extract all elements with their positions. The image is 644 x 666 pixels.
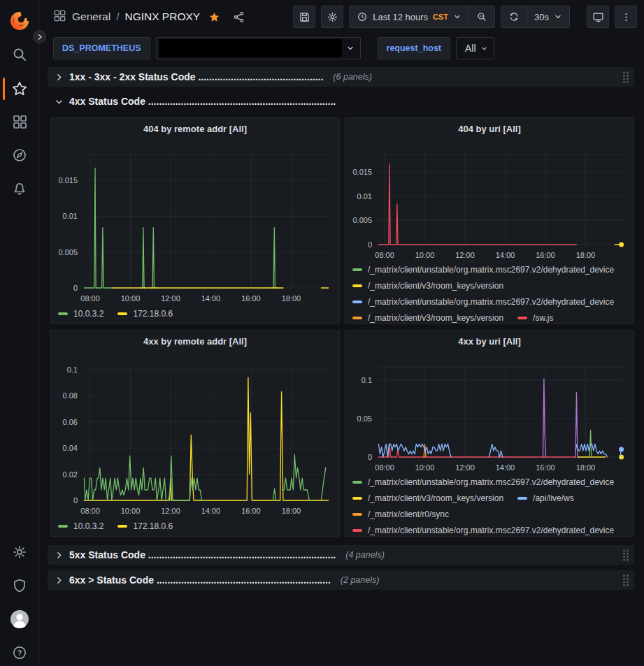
chevron-right-icon — [55, 551, 64, 560]
dashboard-settings-button[interactable] — [321, 6, 343, 28]
legend-item[interactable]: /_matrix/client/unstable/org.matrix.msc2… — [352, 526, 614, 535]
legend-swatch — [352, 529, 362, 532]
y-tick-label: 0.005 — [58, 248, 78, 256]
panel-title[interactable]: 404 by remote addr [All] — [51, 124, 339, 134]
refresh-icon — [508, 11, 520, 22]
grafana-app: ? General / NGINX PROXY — [0, 0, 644, 666]
legend-row: /_matrix/client/v3/room_keys/version/sw.… — [352, 310, 634, 324]
legend-item[interactable]: /_matrix/client/v3/room_keys/version — [352, 493, 503, 503]
sidebar-item-starred[interactable] — [0, 77, 39, 101]
sidebar-item-search[interactable] — [0, 43, 39, 66]
breadcrumb-dashboard-title[interactable]: NGINX PROXY — [124, 10, 200, 23]
legend-label: 172.18.0.6 — [133, 521, 173, 531]
save-dashboard-button[interactable] — [293, 6, 315, 28]
more-options-button[interactable] — [615, 6, 637, 28]
y-tick-label: 0 — [368, 453, 372, 461]
legend-item[interactable]: 10.0.3.2 — [58, 521, 103, 531]
y-tick-label: 0.06 — [63, 418, 78, 426]
legend-label: /_matrix/client/r0/sync — [368, 509, 449, 519]
row-drag-handle[interactable] — [622, 71, 630, 84]
zoom-out-icon — [476, 11, 487, 22]
panel-404-by-uri-all: 404 by uri [All]00.0050.010.01508:0010:0… — [345, 117, 634, 324]
avatar — [10, 610, 29, 628]
panel-title[interactable]: 404 by uri [All] — [345, 124, 634, 134]
y-tick-label: 0 — [73, 496, 78, 505]
time-range-picker: Last 12 hours CST — [349, 6, 495, 28]
chevron-right-icon — [36, 34, 43, 41]
chevron-down-icon — [55, 97, 64, 106]
x-tick-label: 18:00 — [282, 507, 301, 515]
sidebar-item-configuration[interactable] — [0, 540, 39, 564]
legend-item[interactable]: 172.18.0.6 — [117, 309, 173, 319]
legend-swatch — [352, 317, 362, 319]
refresh-button[interactable] — [501, 6, 527, 27]
sidebar-item-profile[interactable] — [0, 607, 39, 631]
chevron-down-icon — [346, 44, 355, 52]
legend-item[interactable]: 10.0.3.2 — [58, 309, 103, 319]
sidebar-item-alerting[interactable] — [0, 177, 39, 201]
sidebar-item-dashboards[interactable] — [0, 110, 39, 133]
legend-item[interactable]: /_matrix/client/v3/room_keys/version — [352, 313, 503, 323]
help-icon: ? — [11, 644, 28, 661]
legend-item[interactable]: 172.18.0.6 — [117, 521, 173, 531]
legend-swatch — [117, 525, 127, 528]
panel-legend: /_matrix/client/unstable/org.matrix.msc2… — [345, 474, 634, 537]
refresh-interval-button[interactable]: 30s — [527, 6, 569, 27]
x-tick-label: 14:00 — [201, 294, 221, 303]
zoom-out-button[interactable] — [469, 6, 494, 27]
legend-swatch — [58, 525, 68, 528]
sidebar-item-server-admin[interactable] — [0, 574, 39, 598]
panels-grid: 404 by remote addr [All]00.0050.010.0150… — [50, 117, 634, 537]
row-drag-handle[interactable] — [622, 549, 630, 562]
legend-item[interactable]: /api/live/ws — [517, 493, 574, 503]
breadcrumb-folder[interactable]: General — [72, 10, 110, 23]
legend-label: /_matrix/client/v3/room_keys/version — [368, 493, 503, 503]
legend-item[interactable]: /_matrix/client/unstable/org.matrix.msc2… — [352, 265, 614, 275]
time-range-button[interactable]: Last 12 hours CST — [350, 6, 468, 27]
sidebar-item-help[interactable]: ? — [0, 641, 39, 665]
row-panel-count: (2 panels) — [341, 575, 380, 585]
tv-mode-button[interactable] — [587, 6, 609, 28]
breadcrumb: General / NGINX PROXY — [53, 9, 245, 25]
row-title: 6xx > Status Code ......................… — [69, 574, 331, 586]
x-tick-label: 12:00 — [455, 251, 475, 259]
row-6xx[interactable]: 6xx > Status Code ......................… — [48, 570, 634, 590]
legend-item[interactable]: /_matrix/client/r0/sync — [352, 509, 449, 519]
row-1xx-3xx-2xx[interactable]: 1xx - 3xx - 2xx Status Code ............… — [48, 67, 634, 87]
legend-row: /_matrix/client/unstable/org.matrix.msc2… — [352, 261, 634, 277]
legend-label: /_matrix/client/v3/room_keys/version — [368, 313, 503, 323]
share-icon[interactable] — [233, 11, 245, 23]
y-tick-label: 0.04 — [63, 444, 78, 452]
row-panel-count: (4 panels) — [345, 550, 385, 560]
grafana-logo[interactable] — [0, 9, 39, 33]
y-tick-label: 0.1 — [67, 365, 78, 374]
legend-label: /api/live/ws — [533, 493, 574, 503]
y-tick-label: 0.05 — [357, 414, 372, 423]
row-drag-handle[interactable] — [622, 574, 630, 587]
panel-title[interactable]: 4xx by remote addr [All] — [51, 336, 339, 347]
variable-select-request-host[interactable]: All — [456, 37, 494, 59]
legend-item[interactable]: /_matrix/client/unstable/org.matrix.msc2… — [352, 297, 614, 307]
sidebar-item-explore[interactable] — [0, 143, 39, 167]
sidebar-expand-button[interactable] — [33, 30, 46, 43]
x-tick-label: 16:00 — [241, 294, 261, 303]
timeseries-plot[interactable]: 00.020.040.060.080.108:0010:0012:0014:00… — [51, 331, 339, 536]
variable-select-ds-prometheus[interactable] — [156, 37, 361, 59]
panel-title[interactable]: 4xx by uri [All] — [345, 336, 634, 347]
legend-item[interactable]: /sw.js — [517, 313, 553, 323]
row-5xx[interactable]: 5xx Status Code ........................… — [48, 545, 634, 565]
compass-icon — [11, 147, 28, 164]
legend-label: 10.0.3.2 — [73, 521, 103, 531]
x-tick-label: 10:00 — [121, 507, 141, 515]
legend-item[interactable]: /_matrix/client/unstable/org.matrix.msc2… — [352, 477, 614, 487]
grafana-logo-icon — [9, 10, 30, 31]
timeseries-plot[interactable]: 00.0050.010.01508:0010:0012:0014:0016:00… — [51, 118, 339, 324]
legend-row: 10.0.3.2172.18.0.6 — [58, 518, 339, 534]
legend-item[interactable]: /_matrix/client/v3/room_keys/version — [352, 281, 503, 291]
x-tick-label: 08:00 — [80, 294, 100, 303]
row-title: 1xx - 3xx - 2xx Status Code ............… — [69, 71, 323, 82]
favorite-star-icon[interactable] — [208, 11, 220, 23]
refresh-picker: 30s — [501, 6, 570, 28]
y-tick-label: 0.02 — [63, 470, 78, 479]
row-4xx[interactable]: 4xx Status Code ........................… — [48, 92, 634, 110]
